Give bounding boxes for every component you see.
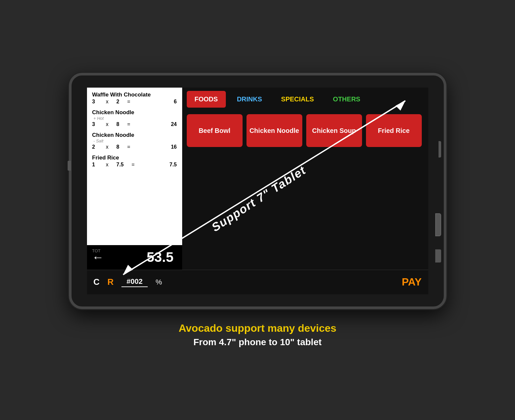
- screen: Support 7" Tablet Waffle With Chocolate …: [87, 88, 428, 294]
- item-total: 6: [174, 99, 177, 105]
- c-button[interactable]: C: [94, 277, 100, 287]
- order-item: Chicken Noodle + Hot 3 x 8 = 24: [92, 109, 177, 127]
- page-wrapper: Support 7" Tablet Waffle With Chocolate …: [0, 73, 515, 347]
- item-row: 1 x 7.5 = 7.5: [92, 162, 177, 168]
- bottom-bar: C R #002 % PAY: [87, 270, 428, 294]
- item-eq: =: [127, 144, 130, 150]
- item-name: Chicken Noodle: [92, 132, 177, 138]
- item-eq: =: [127, 99, 130, 105]
- side-button-right-bot: [435, 249, 441, 262]
- tab-others[interactable]: OTHERS: [325, 91, 368, 108]
- pay-button[interactable]: PAY: [402, 276, 421, 288]
- tablet-device: Support 7" Tablet Waffle With Chocolate …: [69, 73, 446, 309]
- item-total: 16: [171, 144, 177, 150]
- item-price: 8: [117, 144, 119, 150]
- item-eq: =: [127, 121, 130, 127]
- item-x: x: [106, 162, 109, 168]
- menu-item-beef-bowl[interactable]: Beef Bowl: [187, 114, 243, 147]
- item-price: 7.5: [117, 162, 124, 168]
- tab-drinks[interactable]: DRINKS: [229, 91, 270, 108]
- percent-button[interactable]: %: [156, 278, 162, 286]
- screen-inner: Waffle With Chocolate 3 x 2 = 6: [87, 88, 428, 294]
- order-item: Waffle With Chocolate 3 x 2 = 6: [92, 92, 177, 105]
- item-x: x: [106, 99, 109, 105]
- order-panel: Waffle With Chocolate 3 x 2 = 6: [87, 88, 182, 270]
- item-row: 3 x 8 = 24: [92, 121, 177, 127]
- secondary-tagline: From 4.7" phone to 10" tablet: [179, 337, 336, 347]
- primary-tagline: Avocado support many devices: [179, 322, 336, 334]
- item-name: Fried Rice: [92, 155, 177, 161]
- item-qty: 1: [92, 162, 102, 168]
- tab-foods[interactable]: FOODS: [187, 91, 226, 108]
- order-footer: TOT ← 53.5: [87, 245, 182, 270]
- item-qty: 3: [92, 99, 102, 105]
- item-eq: =: [132, 162, 135, 168]
- menu-item-chicken-noodle[interactable]: Chicken Noodle: [247, 114, 302, 147]
- item-name: Waffle With Chocolate: [92, 92, 177, 98]
- side-button-right-mid: [435, 213, 441, 236]
- order-list: Waffle With Chocolate 3 x 2 = 6: [87, 88, 182, 245]
- item-row: 3 x 2 = 6: [92, 99, 177, 105]
- item-x: x: [106, 121, 109, 127]
- total-label: TOT: [92, 248, 101, 253]
- tab-specials[interactable]: SPECIALS: [273, 91, 322, 108]
- item-modifier: - Salt: [94, 138, 177, 143]
- item-price: 2: [117, 99, 119, 105]
- item-name: Chicken Noodle: [92, 109, 177, 116]
- total-amount: 53.5: [147, 249, 174, 265]
- menu-item-chicken-soup[interactable]: Chicken Soup: [306, 114, 362, 147]
- screen-main: Waffle With Chocolate 3 x 2 = 6: [87, 88, 428, 270]
- menu-item-fried-rice[interactable]: Fried Rice: [366, 114, 422, 147]
- side-button-right-top: [439, 141, 441, 158]
- item-x: x: [106, 144, 109, 150]
- menu-items-grid: Beef Bowl Chicken Noodle Chicken Soup Fr…: [182, 111, 428, 150]
- item-price: 8: [117, 121, 119, 127]
- menu-panel: FOODS DRINKS SPECIALS OTHERS Beef Bowl C…: [182, 88, 428, 270]
- r-button[interactable]: R: [107, 277, 114, 287]
- item-modifier: + Hot: [94, 116, 177, 121]
- order-item: Chicken Noodle - Salt 2 x 8 = 16: [92, 132, 177, 150]
- item-total: 24: [171, 121, 177, 127]
- item-total: 7.5: [169, 162, 177, 168]
- category-tabs: FOODS DRINKS SPECIALS OTHERS: [182, 88, 428, 111]
- order-item: Fried Rice 1 x 7.5 = 7.5: [92, 155, 177, 168]
- side-button-left: [68, 161, 71, 171]
- item-row: 2 x 8 = 16: [92, 144, 177, 150]
- item-qty: 2: [92, 144, 102, 150]
- order-number: #002: [121, 277, 148, 287]
- bottom-text: Avocado support many devices From 4.7" p…: [179, 322, 336, 347]
- item-qty: 3: [92, 121, 102, 127]
